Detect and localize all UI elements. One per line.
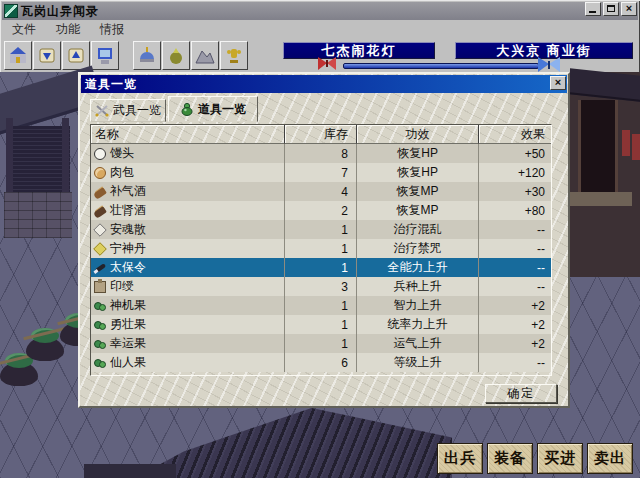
computer-icon xyxy=(94,45,116,67)
menu-file[interactable]: 文件 xyxy=(2,21,46,38)
table-row[interactable]: 勇壮果 1 统率力上升 +2 xyxy=(91,315,551,334)
table-row[interactable]: 补气酒 4 恢复MP +30 xyxy=(91,182,551,201)
toolbar-castle-button[interactable] xyxy=(4,41,32,70)
item-effect-cell: 治疗混乱 xyxy=(357,220,479,239)
gourd-icon xyxy=(180,102,194,116)
well-shed xyxy=(0,74,82,269)
item-name-cell: 太保令 xyxy=(91,258,285,277)
table-row[interactable]: 馒头 8 恢复HP +50 xyxy=(91,144,551,163)
item-effect-cell: 智力上升 xyxy=(357,296,479,315)
item-name-cell: 勇壮果 xyxy=(91,315,285,334)
toolbar-helmet-button[interactable] xyxy=(133,41,161,70)
table-row[interactable]: 宁神丹 1 治疗禁咒 -- xyxy=(91,239,551,258)
column-header-stock: 库存 xyxy=(285,125,357,144)
item-value-cell: -- xyxy=(479,239,551,258)
item-stock-cell: 1 xyxy=(285,258,357,277)
item-name-cell: 印绶 xyxy=(91,277,285,296)
item-value-cell: -- xyxy=(479,220,551,239)
table-row[interactable]: 幸运果 1 运气上升 +2 xyxy=(91,334,551,353)
item-effect-cell: 等级上升 xyxy=(357,353,479,372)
item-effect-cell: 统率力上升 xyxy=(357,315,479,334)
toolbar-trophy-button[interactable] xyxy=(220,41,248,70)
close-icon: × xyxy=(622,2,636,14)
shop-front xyxy=(570,72,640,277)
table-header: 名称 库存 功效 效果 xyxy=(91,125,551,144)
item-value-cell: +30 xyxy=(479,182,551,201)
item-stock-cell: 6 xyxy=(285,353,357,372)
item-value-cell: -- xyxy=(479,353,551,372)
table-row[interactable]: 印绶 3 兵种上升 -- xyxy=(91,277,551,296)
menu-function[interactable]: 功能 xyxy=(46,21,90,38)
item-stock-cell: 1 xyxy=(285,220,357,239)
item-overview-dialog: 道具一览 × 武具一览 道具一览 名称 库存 功效 xyxy=(78,72,570,408)
item-value-cell: +2 xyxy=(479,334,551,353)
ok-button[interactable]: 确定 xyxy=(485,384,557,403)
item-value-cell: +120 xyxy=(479,163,551,182)
item-value-cell: -- xyxy=(479,258,551,277)
item-name-cell: 幸运果 xyxy=(91,334,285,353)
app-icon xyxy=(4,4,18,18)
tab-weapons[interactable]: 武具一览 xyxy=(90,99,166,122)
brush-token-icon xyxy=(94,262,106,274)
mountain-icon xyxy=(194,45,216,67)
maximize-icon xyxy=(607,5,615,12)
powder-icon xyxy=(93,223,107,237)
item-stock-cell: 3 xyxy=(285,277,357,296)
deploy-button[interactable]: 出兵 xyxy=(437,443,483,474)
shop-banner xyxy=(622,130,630,156)
toolbar-mountain-button[interactable] xyxy=(191,41,219,70)
equip-button[interactable]: 装备 xyxy=(487,443,533,474)
meat-bun-icon xyxy=(94,167,106,179)
dialog-titlebar: 道具一览 xyxy=(81,75,567,93)
fruit-icon xyxy=(94,319,106,331)
steamed-bun-icon xyxy=(94,148,106,160)
wine-bottle-icon xyxy=(93,206,107,219)
item-stock-cell: 2 xyxy=(285,201,357,220)
shop-doorway xyxy=(578,100,618,194)
table-row[interactable]: 壮肾酒 2 恢复MP +80 xyxy=(91,201,551,220)
item-effect-cell: 恢复HP xyxy=(357,144,479,163)
toolbar-scroll-out-button[interactable] xyxy=(62,41,90,70)
route-bar xyxy=(343,63,539,69)
tab-weapons-label: 武具一览 xyxy=(113,102,161,119)
column-header-value: 效果 xyxy=(479,125,551,144)
toolbar-computer-button[interactable] xyxy=(91,41,119,70)
item-value-cell: +50 xyxy=(479,144,551,163)
blue-butterfly-icon xyxy=(538,57,560,72)
stall-edge xyxy=(84,464,176,478)
item-stock-cell: 1 xyxy=(285,315,357,334)
item-name-cell: 馒头 xyxy=(91,144,285,163)
castle-icon xyxy=(7,45,29,67)
item-name-cell: 补气酒 xyxy=(91,182,285,201)
column-header-effect: 功效 xyxy=(357,125,479,144)
shop-banner xyxy=(632,134,640,160)
item-stock-cell: 1 xyxy=(285,296,357,315)
menu-info[interactable]: 情报 xyxy=(90,21,134,38)
scroll-down-icon xyxy=(36,45,58,67)
fruit-icon xyxy=(94,338,106,350)
seal-icon xyxy=(94,281,106,293)
close-button[interactable]: × xyxy=(621,2,637,16)
item-name-cell: 安魂散 xyxy=(91,220,285,239)
item-table: 名称 库存 功效 效果 馒头 8 恢复HP +50 肉包 7 恢复HP +120… xyxy=(90,124,552,376)
buy-button[interactable]: 买进 xyxy=(537,443,583,474)
table-row[interactable]: 仙人果 6 等级上升 -- xyxy=(91,353,551,372)
game-window: 瓦岗山异闻录 × 文件 功能 情报 xyxy=(0,0,640,478)
dialog-close-button[interactable]: × xyxy=(550,76,566,90)
toolbar-scroll-in-button[interactable] xyxy=(33,41,61,70)
tab-items-label: 道具一览 xyxy=(198,101,246,118)
tab-items[interactable]: 道具一览 xyxy=(168,96,258,122)
item-stock-cell: 7 xyxy=(285,163,357,182)
item-effect-cell: 恢复MP xyxy=(357,201,479,220)
item-stock-cell: 8 xyxy=(285,144,357,163)
crossed-swords-icon xyxy=(95,104,109,117)
table-row[interactable]: 肉包 7 恢复HP +120 xyxy=(91,163,551,182)
table-row[interactable]: 安魂散 1 治疗混乱 -- xyxy=(91,220,551,239)
table-row[interactable]: 神机果 1 智力上升 +2 xyxy=(91,296,551,315)
sell-button[interactable]: 卖出 xyxy=(587,443,633,474)
shed-interior xyxy=(8,126,70,198)
table-row-selected[interactable]: 太保令 1 全能力上升 -- xyxy=(91,258,551,277)
maximize-button[interactable] xyxy=(603,2,619,16)
toolbar-money-button[interactable] xyxy=(162,41,190,70)
minimize-button[interactable] xyxy=(585,2,601,16)
